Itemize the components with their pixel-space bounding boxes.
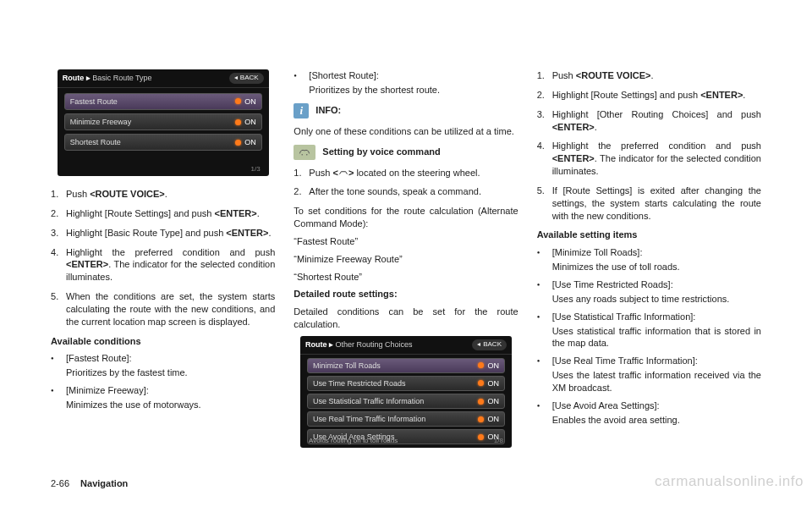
list-item: [Use Time Restricted Roads]:Uses any roa… — [537, 278, 761, 306]
detailed-route-text: Detailed conditions can be set for the r… — [294, 306, 518, 331]
list-item-label: Use Real Time Traffic Information — [313, 414, 425, 424]
screenshot-list: Minimize Toll RoadsON Use Time Restricte… — [300, 355, 512, 448]
step-text: After the tone sounds, speak a command. — [309, 186, 481, 196]
list-item[interactable]: Minimize Freeway ON — [64, 113, 262, 130]
back-arrow-icon: ◂ — [477, 340, 480, 350]
svg-point-1 — [306, 154, 307, 155]
step-key: <ENTER> — [552, 153, 595, 163]
list-item-label: Use Time Restricted Roads — [313, 378, 406, 389]
available-conditions-cont: [Shortest Route]:Prioritizes by the shor… — [294, 69, 518, 96]
step-text: Highlight [Route Settings] and push — [552, 90, 701, 100]
list-item[interactable]: Shortest Route ON — [64, 134, 262, 151]
back-label: BACK — [240, 74, 259, 83]
state-text: ON — [487, 378, 499, 389]
breadcrumb-main: Route — [63, 74, 85, 82]
item-title: [Use Real Time Traffic Information]: — [552, 355, 761, 367]
step-text: Push — [66, 189, 90, 199]
voice-label: Setting by voice command — [322, 146, 440, 158]
info-label: INFO: — [315, 104, 341, 117]
indicator-dot-icon — [235, 119, 241, 125]
item-title: [Use Avoid Area Settings]: — [552, 400, 761, 412]
voice-command: “Minimize Freeway Route” — [294, 253, 518, 266]
state-indicator: ON — [478, 396, 499, 406]
list-item[interactable]: Fastest Route ON — [64, 93, 262, 110]
back-arrow-icon: ◂ — [234, 74, 238, 83]
indicator-dot-icon — [235, 140, 241, 146]
step-key: <ENTER> — [552, 122, 595, 132]
voice-steps: Push <> located on the steering wheel. A… — [294, 167, 518, 199]
item-desc: Minimizes the use of toll roads. — [552, 261, 761, 273]
step-text: located on the steering wheel. — [354, 168, 480, 178]
available-settings-list: [Minimize Toll Roads]:Minimizes the use … — [537, 246, 761, 426]
available-settings-heading: Available setting items — [537, 229, 761, 241]
item-title: [Minimize Freeway]: — [66, 384, 275, 397]
step-text: . — [165, 189, 167, 199]
svg-point-0 — [302, 154, 303, 155]
page: Route ▸ Basic Route Type ◂ BACK Fastest … — [0, 0, 812, 507]
list-item-label: Shortest Route — [70, 137, 121, 147]
list-item-label: Fastest Route — [70, 96, 118, 107]
screenshot-list: Fastest Route ON Minimize Freeway ON Sho… — [58, 88, 269, 157]
step-text: Highlight the preferred condition and pu… — [66, 247, 275, 257]
page-footer: 2-66 Navigation — [51, 477, 128, 490]
screenshot-basic-route-type: Route ▸ Basic Route Type ◂ BACK Fastest … — [58, 69, 269, 176]
step-item: Highlight the preferred condition and pu… — [51, 246, 275, 284]
step-item: Highlight the preferred condition and pu… — [537, 140, 761, 178]
info-text: Only one of these conditions can be util… — [294, 125, 518, 138]
state-indicator: ON — [235, 96, 256, 107]
screenshot-header: Route ▸ Other Routing Choices ◂ BACK — [300, 336, 512, 355]
column-2: [Shortest Route]:Prioritizes by the shor… — [294, 69, 518, 460]
step-item: Highlight [Route Settings] and push <ENT… — [51, 207, 275, 220]
screenshot-other-routing-choices: Route ▸ Other Routing Choices ◂ BACK Min… — [300, 336, 512, 448]
list-item[interactable]: Use Real Time Traffic InformationON — [307, 411, 505, 427]
step-text: . — [595, 122, 597, 132]
back-button[interactable]: ◂ BACK — [472, 339, 507, 350]
step-item: Highlight [Basic Route Type] and push <E… — [51, 227, 275, 240]
available-conditions-heading: Available conditions — [51, 335, 275, 348]
state-indicator: ON — [478, 378, 499, 389]
breadcrumb-sub: Other Routing Choices — [336, 340, 413, 349]
steering-wheel-icon — [338, 168, 348, 176]
list-item: [Shortest Route]:Prioritizes by the shor… — [294, 69, 518, 96]
state-text: ON — [244, 137, 256, 147]
list-item-label: Minimize Toll Roads — [313, 361, 381, 371]
list-counter: 1/8 — [494, 437, 503, 446]
back-label: BACK — [483, 340, 502, 350]
list-item[interactable]: Use Statistical Traffic InformationON — [307, 394, 505, 409]
indicator-dot-icon — [478, 362, 484, 368]
screenshot-header: Route ▸ Basic Route Type ◂ BACK — [58, 69, 269, 88]
indicator-dot-icon — [235, 98, 241, 104]
indicator-dot-icon — [478, 399, 484, 405]
back-button[interactable]: ◂ BACK — [229, 73, 264, 84]
breadcrumb-main: Route — [305, 340, 327, 349]
list-item[interactable]: Minimize Toll RoadsON — [307, 358, 505, 373]
step-text: . — [269, 228, 272, 238]
step-text: Highlight [Route Settings] and push — [66, 208, 215, 218]
step-text: Highlight [Basic Route Type] and push — [66, 228, 226, 238]
info-icon: i — [294, 103, 309, 118]
step-item: Highlight [Other Routing Choices] and pu… — [537, 108, 761, 134]
item-title: [Use Statistical Traffic Information]: — [552, 311, 761, 323]
voice-command: “Fastest Route” — [294, 235, 518, 248]
item-desc: Uses statistical traffic information tha… — [552, 325, 761, 350]
voice-command: “Shortest Route” — [294, 271, 518, 284]
breadcrumb: Route ▸ Basic Route Type — [63, 73, 152, 83]
state-indicator: ON — [478, 414, 499, 424]
steps-list-3: Push <ROUTE VOICE>. Highlight [Route Set… — [537, 69, 761, 222]
list-item: [Use Avoid Area Settings]:Enables the av… — [537, 400, 761, 427]
step-text: When the conditions are set, the system … — [66, 291, 275, 327]
item-desc: Prioritizes by the shortest route. — [309, 84, 518, 96]
page-number: 2-66 — [51, 478, 69, 488]
step-text: Highlight the preferred condition and pu… — [552, 141, 761, 151]
item-desc: Uses the latest traffic information rece… — [552, 369, 761, 394]
info-heading: i INFO: — [294, 103, 518, 118]
state-text: ON — [487, 396, 499, 406]
step-item: Push <ROUTE VOICE>. — [537, 69, 761, 82]
step-item: Highlight [Route Settings] and push <ENT… — [537, 89, 761, 102]
watermark: carmanualsonline.info — [655, 472, 804, 492]
list-item[interactable]: Use Time Restricted RoadsON — [307, 376, 505, 391]
columns: Route ▸ Basic Route Type ◂ BACK Fastest … — [51, 69, 761, 460]
step-item: After the tone sounds, speak a command. — [294, 185, 518, 198]
step-key: <ROUTE VOICE> — [90, 189, 165, 199]
step-text: Push — [309, 168, 332, 178]
